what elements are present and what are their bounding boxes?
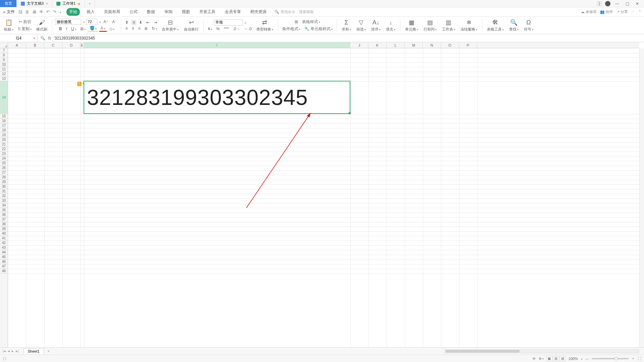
rowcol-button[interactable]: ▤行和列	[422, 18, 439, 33]
row-header-24[interactable]: 24	[0, 156, 8, 161]
row-header-22[interactable]: 22	[0, 147, 8, 152]
row-header-39[interactable]: 39	[0, 227, 8, 231]
normal-view-button[interactable]: ▦	[546, 356, 552, 361]
column-header-N[interactable]: N	[423, 42, 441, 48]
currency-icon[interactable]: ¥	[206, 26, 213, 32]
row-header-15[interactable]: 15	[0, 114, 8, 119]
zoom-dropdown[interactable]	[581, 357, 583, 361]
row-headers[interactable]: 7891011121314151617181920212223242526272…	[0, 48, 8, 347]
orientation-icon[interactable]: ↻	[150, 26, 158, 31]
notification-badge[interactable]: 2	[597, 1, 602, 6]
more-icon[interactable]: ⋮	[631, 10, 635, 14]
decrease-decimal-icon[interactable]: ←.0	[243, 26, 253, 32]
row-header-47[interactable]: 47	[0, 264, 8, 269]
tab-insert[interactable]: 插入	[84, 8, 97, 16]
font-size-dropdown[interactable]	[99, 20, 101, 24]
select-all-corner[interactable]	[0, 42, 8, 48]
share-button[interactable]: ↗分享	[616, 9, 628, 14]
row-header-25[interactable]: 25	[0, 161, 8, 166]
row-header-14[interactable]: 14	[0, 81, 8, 114]
status-icon[interactable]: ▢	[3, 356, 6, 361]
wrap-text-button[interactable]: ↩自动换行	[182, 18, 201, 33]
sort-button[interactable]: A↓排序	[369, 18, 383, 33]
row-header-46[interactable]: 46	[0, 259, 8, 264]
row-header-16[interactable]: 16	[0, 119, 8, 123]
tab-dev-tools[interactable]: 开发工具	[197, 8, 218, 16]
column-header-K[interactable]: K	[368, 42, 387, 48]
sum-button[interactable]: Σ求和	[340, 18, 353, 33]
row-header-26[interactable]: 26	[0, 166, 8, 170]
percent-icon[interactable]: %	[215, 26, 221, 32]
column-headers[interactable]: ABCDEIJKLMNOP	[8, 42, 639, 48]
increase-indent-icon[interactable]: ⇥	[152, 20, 158, 25]
row-header-12[interactable]: 12	[0, 72, 8, 76]
insert-table-icon[interactable]: ⊞	[293, 19, 299, 24]
freeze-panes-button[interactable]: ❄冻结窗格	[458, 18, 479, 33]
column-header-B[interactable]: B	[26, 42, 44, 48]
row-header-32[interactable]: 32	[0, 194, 8, 198]
command-search[interactable]: 🔍 查找命令、搜索模板	[275, 9, 314, 14]
zoom-slider[interactable]	[592, 358, 629, 359]
last-sheet-icon[interactable]: ▸|	[16, 349, 19, 353]
italic-button[interactable]: I	[65, 26, 68, 32]
row-header-36[interactable]: 36	[0, 213, 8, 217]
tab-start[interactable]: 开始	[66, 8, 80, 16]
spreadsheet-grid[interactable]: ABCDEIJKLMNOP 78910111213141516171819202…	[0, 42, 644, 347]
unsaved-indicator[interactable]: ☁未保存	[581, 9, 597, 14]
column-header-C[interactable]: C	[44, 42, 62, 48]
fx-icon[interactable]: fx	[48, 36, 51, 41]
row-header-19[interactable]: 19	[0, 133, 8, 137]
cell-button[interactable]: ▦单元格	[403, 18, 420, 33]
prev-sheet-icon[interactable]: ◂	[8, 349, 10, 353]
row-header-8[interactable]: 8	[0, 53, 8, 58]
bold-button[interactable]: B	[58, 26, 63, 32]
column-header-O[interactable]: O	[441, 42, 459, 48]
horizontal-scrollbar[interactable]	[445, 349, 639, 353]
undo-icon[interactable]: ↶	[46, 9, 50, 14]
document-tab-2[interactable]: 工作簿1 ●	[52, 0, 85, 7]
tab-resources[interactable]: 稻壳资源	[248, 8, 269, 16]
page-layout-view-button[interactable]: ▥	[553, 356, 559, 361]
sheet-tab-1[interactable]: Sheet1	[23, 348, 44, 354]
print-icon[interactable]: 🖶	[32, 9, 37, 14]
row-header-21[interactable]: 21	[0, 142, 8, 147]
table-style-button[interactable]: 表格样式	[301, 19, 321, 25]
error-indicator-icon[interactable]: !	[77, 82, 82, 86]
row-header-40[interactable]: 40	[0, 231, 8, 236]
row-header-35[interactable]: 35	[0, 208, 8, 213]
tab-formula[interactable]: 公式	[127, 8, 140, 16]
increase-font-icon[interactable]: A⁺	[102, 19, 109, 24]
zoom-in-button[interactable]: ＋	[631, 356, 635, 361]
save-as-icon[interactable]: 🗎	[25, 9, 30, 14]
number-format-select[interactable]	[214, 19, 243, 25]
close-icon[interactable]: ×	[46, 1, 48, 6]
align-center-icon[interactable]: ≡	[130, 26, 135, 31]
cells-area[interactable]: 321283199303302345 ! ▾	[8, 48, 639, 347]
column-header-D[interactable]: D	[62, 42, 81, 48]
row-header-42[interactable]: 42	[0, 241, 8, 245]
worksheet-button[interactable]: ▥工作表	[440, 18, 457, 33]
row-header-9[interactable]: 9	[0, 58, 8, 62]
minimize-button[interactable]: —	[614, 1, 621, 6]
tab-review[interactable]: 审阅	[162, 8, 175, 16]
merge-center-button[interactable]: ⊟合并居中	[160, 18, 181, 33]
row-header-10[interactable]: 10	[0, 62, 8, 67]
first-sheet-icon[interactable]: |◂	[3, 349, 6, 353]
formula-input[interactable]: '321283199303302345	[54, 36, 641, 41]
number-format-dropdown[interactable]	[244, 20, 246, 24]
selected-cell[interactable]: 321283199303302345	[84, 81, 350, 114]
align-bottom-icon[interactable]: ⬇	[138, 20, 144, 25]
fill-handle[interactable]	[349, 112, 351, 114]
border-button[interactable]: ⊞	[79, 26, 87, 32]
collapse-ribbon-icon[interactable]: ⌃	[638, 10, 641, 14]
row-header-28[interactable]: 28	[0, 175, 8, 180]
column-header-J[interactable]: J	[350, 42, 368, 48]
cell-style-button[interactable]: 🔧 单元格样式	[303, 26, 334, 32]
name-box[interactable]: I14 ▾	[0, 34, 38, 42]
maximize-button[interactable]: ▢	[624, 1, 631, 6]
filter-button[interactable]: ▽筛选	[354, 18, 368, 33]
tab-page-layout[interactable]: 页面布局	[101, 8, 123, 16]
row-header-44[interactable]: 44	[0, 250, 8, 255]
vertical-scrollbar[interactable]	[639, 48, 644, 347]
new-tab-button[interactable]: ＋	[85, 0, 95, 7]
